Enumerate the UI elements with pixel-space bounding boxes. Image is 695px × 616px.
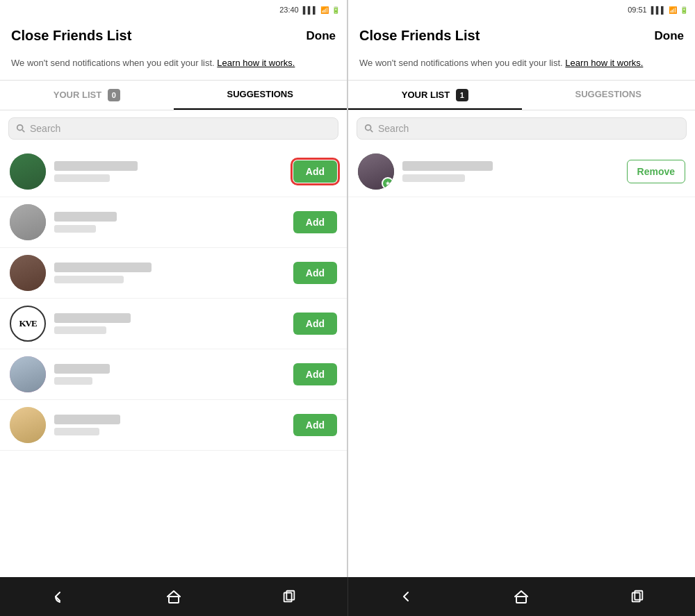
- left-add-button-5[interactable]: Add: [293, 363, 337, 385]
- left-back-button[interactable]: [44, 583, 72, 610]
- right-status-icons: ▌▌▌ 📶 🔋: [651, 6, 688, 14]
- right-tabs: YOUR LIST 1 SUGGESTIONS: [348, 81, 695, 110]
- left-add-button-3[interactable]: Add: [293, 262, 337, 284]
- left-recent-button[interactable]: [275, 583, 303, 610]
- right-header: Close Friends List Done: [348, 19, 695, 49]
- left-user-item-2: Add: [0, 197, 347, 248]
- svg-line-1: [22, 130, 24, 132]
- left-your-list-badge: 0: [108, 89, 120, 101]
- left-tabs: YOUR LIST 0 SUGGESTIONS: [0, 81, 347, 110]
- left-search-placeholder: Search: [30, 123, 60, 134]
- left-user-info-4: [54, 313, 293, 334]
- right-time: 09:51: [628, 6, 647, 14]
- left-avatar-6: [10, 407, 46, 443]
- left-status-icons: ▌▌▌ 📶 🔋: [303, 6, 340, 14]
- left-user-name-1: [54, 161, 138, 171]
- left-avatar-4: KVE: [10, 306, 46, 342]
- right-back-button[interactable]: [392, 583, 420, 610]
- left-user-info-1: [54, 161, 293, 182]
- nav-bars-container: [0, 577, 695, 616]
- left-user-name-4: [54, 313, 131, 323]
- right-screen: 09:51 ▌▌▌ 📶 🔋 Close Friends List Done We…: [348, 0, 695, 577]
- right-user-list: ★ Remove: [348, 147, 695, 578]
- star-badge: ★: [382, 177, 394, 190]
- right-home-button[interactable]: [507, 583, 535, 610]
- svg-rect-4: [169, 597, 179, 603]
- left-add-button-1[interactable]: Add: [293, 160, 337, 183]
- right-user-name-1: [402, 161, 493, 171]
- left-tab-your-list[interactable]: YOUR LIST 0: [0, 81, 174, 110]
- left-user-sub-1: [54, 174, 110, 182]
- left-user-list: Add Add: [0, 147, 347, 578]
- left-avatar-1: [10, 153, 46, 190]
- left-nav-bar: [0, 577, 348, 616]
- left-learn-link[interactable]: Learn how it works.: [217, 58, 295, 68]
- right-search-icon: [364, 124, 374, 133]
- svg-line-3: [370, 130, 373, 132]
- left-user-name-2: [54, 212, 117, 222]
- right-battery-icon: 🔋: [680, 6, 688, 14]
- left-user-sub-6: [54, 428, 99, 435]
- left-user-name-6: [54, 415, 120, 424]
- right-avatar-1: ★: [358, 153, 394, 190]
- right-signal-icon: ▌▌▌: [651, 6, 666, 14]
- right-notice: We won't send notifications when you edi…: [348, 49, 695, 81]
- right-title: Close Friends List: [359, 28, 480, 44]
- left-avatar-3: [10, 255, 46, 291]
- left-home-button[interactable]: [160, 583, 188, 610]
- left-user-name-3: [54, 263, 152, 272]
- left-done-button[interactable]: Done: [306, 29, 336, 43]
- left-header: Close Friends List Done: [0, 19, 347, 49]
- right-suggestions-label: SUGGESTIONS: [575, 89, 641, 99]
- left-search-icon: [16, 124, 26, 133]
- right-learn-link[interactable]: Learn how it works.: [565, 58, 643, 68]
- left-user-item-3: Add: [0, 248, 347, 299]
- left-user-sub-4: [54, 326, 106, 334]
- right-tab-suggestions[interactable]: SUGGESTIONS: [522, 81, 696, 110]
- right-done-button[interactable]: Done: [655, 29, 685, 43]
- left-user-info-3: [54, 263, 293, 283]
- left-user-item-4: KVE Add: [0, 299, 347, 349]
- right-search-placeholder: Search: [378, 123, 409, 134]
- left-notice: We won't send notifications when you edi…: [0, 49, 347, 81]
- right-user-info-1: [402, 161, 627, 182]
- left-title: Close Friends List: [11, 28, 131, 44]
- right-notice-text: We won't send notifications when you edi…: [359, 58, 563, 68]
- svg-point-0: [17, 124, 23, 130]
- left-screen: 23:40 ▌▌▌ 📶 🔋 Close Friends List Done We…: [0, 0, 348, 577]
- left-user-sub-3: [54, 276, 124, 283]
- left-add-button-6[interactable]: Add: [293, 414, 337, 436]
- left-user-name-5: [54, 364, 110, 374]
- left-add-button-4[interactable]: Add: [293, 313, 337, 335]
- left-user-item-6: Add: [0, 400, 347, 451]
- left-user-info-5: [54, 364, 293, 385]
- right-wifi-icon: 📶: [669, 6, 677, 14]
- left-avatar-2: [10, 204, 46, 240]
- right-nav-bar: [348, 577, 696, 616]
- left-user-sub-2: [54, 225, 96, 233]
- left-user-info-6: [54, 415, 293, 435]
- right-recent-button[interactable]: [623, 583, 651, 610]
- left-add-button-2[interactable]: Add: [293, 211, 337, 233]
- right-search-bar[interactable]: Search: [357, 117, 687, 140]
- svg-point-2: [366, 124, 371, 130]
- left-avatar-5: [10, 356, 46, 392]
- left-user-item-1: Add: [0, 147, 347, 197]
- left-notice-text: We won't send notifications when you edi…: [11, 58, 215, 68]
- left-user-item-5: Add: [0, 349, 347, 400]
- svg-rect-7: [516, 597, 526, 603]
- left-tab-suggestions[interactable]: SUGGESTIONS: [174, 81, 348, 110]
- left-status-bar: 23:40 ▌▌▌ 📶 🔋: [0, 0, 347, 19]
- signal-icon: ▌▌▌: [303, 6, 318, 14]
- right-user-sub-1: [402, 174, 465, 182]
- right-tab-your-list[interactable]: YOUR LIST 1: [348, 81, 522, 110]
- left-search-bar[interactable]: Search: [8, 117, 338, 140]
- battery-icon: 🔋: [332, 6, 340, 14]
- right-user-item-1: ★ Remove: [348, 147, 695, 197]
- wifi-icon: 📶: [320, 6, 329, 14]
- right-remove-button-1[interactable]: Remove: [627, 160, 685, 183]
- left-user-info-2: [54, 212, 293, 233]
- left-time: 23:40: [279, 6, 299, 14]
- left-user-sub-5: [54, 377, 92, 385]
- left-suggestions-label: SUGGESTIONS: [227, 89, 293, 99]
